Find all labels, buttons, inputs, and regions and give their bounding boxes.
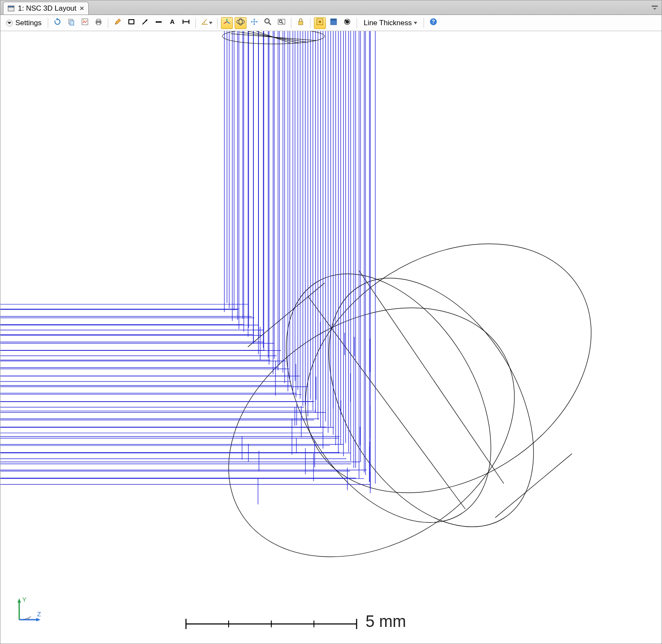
line-thickness-label: Line Thickness [363,19,412,27]
axis-triad: Y Z [11,594,45,628]
svg-point-9 [83,20,84,21]
svg-line-56 [308,296,465,509]
save-image-icon [81,18,89,28]
angular-measure-icon [200,18,209,28]
lock-button[interactable] [295,17,307,29]
angular-measure-button[interactable] [199,17,214,29]
viewport-3d[interactable]: Y Z 5 mm [0,31,662,644]
tab-nsc-3d-layout[interactable]: 1: NSC 3D Layout × [3,2,89,15]
svg-line-53 [495,454,572,518]
chevron-down-icon [6,20,13,26]
reset-icon [343,18,351,28]
fit-to-window-button[interactable] [314,17,326,29]
pan-button[interactable] [248,17,260,29]
svg-rect-44 [331,19,337,20]
separator [217,18,218,28]
svg-point-51 [259,193,637,544]
zoom-button[interactable] [262,17,274,29]
svg-line-202 [256,31,290,43]
tab-close-button[interactable]: × [80,4,84,13]
svg-rect-1 [8,6,14,7]
arrow-annotate-button[interactable] [139,17,151,29]
refresh-button[interactable] [52,17,64,29]
scale-bar: 5 mm [184,612,406,631]
print-button[interactable] [93,17,105,29]
svg-rect-12 [97,23,100,25]
chevron-down-icon [209,22,212,24]
svg-line-36 [269,23,271,25]
svg-rect-42 [319,20,321,23]
settings-label: Settings [15,19,41,27]
svg-marker-5 [56,18,58,20]
pencil-annotate-button[interactable] [112,17,124,29]
separator [48,18,48,28]
svg-marker-23 [209,22,212,24]
line-thickness-button[interactable]: Line Thickness [360,17,420,29]
svg-point-55 [287,242,576,564]
text-annotation-icon: A [168,18,176,28]
svg-text:?: ? [432,19,435,25]
svg-line-57 [359,270,504,484]
svg-line-26 [224,22,227,23]
copy-button[interactable] [65,17,77,29]
help-button[interactable]: ? [427,17,439,29]
svg-point-54 [244,237,533,559]
axis-z-label: Z [37,610,41,618]
axes-triad-button[interactable] [221,17,233,29]
text-annotate-button[interactable]: A [166,17,178,29]
toolbar: Settings A Line Thickness ? [0,15,662,31]
scene-svg [0,31,662,644]
svg-rect-7 [70,20,74,25]
tab-title: 1: NSC 3D Layout [18,4,76,13]
line-sample-button[interactable] [153,17,165,29]
settings-button[interactable]: Settings [3,17,44,29]
pencil-icon [114,18,122,28]
svg-point-27 [237,20,244,24]
separator [108,18,108,28]
line-sample-icon [155,18,163,28]
separator [357,18,357,28]
scale-bar-line [184,615,359,628]
svg-line-39 [282,22,283,24]
rotate-3d-icon [236,18,245,28]
separator [310,18,311,28]
save-image-button[interactable] [79,17,91,29]
svg-point-50 [183,257,560,608]
fit-to-window-icon [316,18,324,28]
svg-rect-2 [652,6,658,7]
refresh-icon [54,18,61,28]
toggle-view-button[interactable] [328,17,340,29]
window-icon [8,6,15,12]
reset-button[interactable] [341,17,353,29]
svg-marker-204 [17,598,21,603]
toggle-view-icon [330,18,337,28]
rectangle-annotate-button[interactable] [125,17,137,29]
separator [195,18,196,28]
svg-rect-40 [299,21,303,25]
svg-rect-18 [156,21,162,23]
help-icon: ? [430,18,437,28]
rotate-3d-button[interactable] [235,17,247,29]
scale-bar-label: 5 mm [366,612,406,631]
svg-marker-47 [414,22,417,24]
svg-rect-15 [129,20,134,24]
svg-marker-3 [653,8,656,10]
svg-point-35 [265,19,269,23]
print-icon [95,18,102,28]
tab-overflow-button[interactable] [650,4,659,12]
pan-icon [250,18,258,28]
axes-triad-icon [223,18,231,28]
zoom-box-button[interactable] [276,17,287,29]
svg-line-25 [227,22,230,23]
separator [291,18,291,28]
axis-y-label: Y [22,596,26,603]
zoom-icon [264,18,272,28]
chevron-down-icon [414,22,417,24]
tab-bar: 1: NSC 3D Layout × [0,0,662,15]
zoom-box-icon [277,18,286,28]
svg-marker-206 [36,618,41,621]
dimension-button[interactable] [180,17,192,29]
copy-icon [67,18,75,28]
svg-marker-4 [7,22,12,24]
lock-icon [297,18,304,28]
